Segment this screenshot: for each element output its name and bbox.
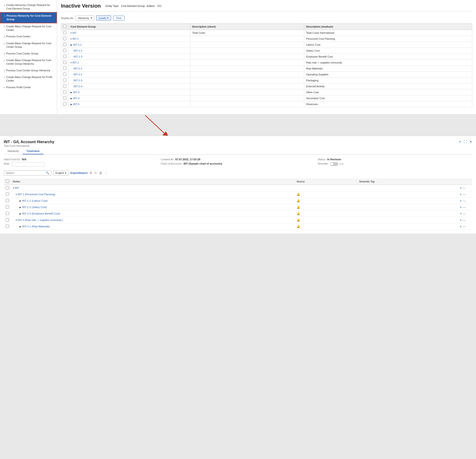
language-select[interactable]: English ▾ (53, 171, 68, 175)
row-checkbox[interactable] (63, 102, 66, 106)
arrow-section (0, 114, 476, 135)
expand-icon[interactable]: ▶ (70, 43, 72, 46)
toggle-track[interactable] (330, 162, 338, 166)
row-checkbox[interactable] (6, 186, 9, 189)
add-button[interactable]: + (460, 192, 462, 196)
simulate-field: Simulate: OFF (318, 162, 472, 166)
row-checkbox[interactable] (63, 31, 66, 34)
delete-icon[interactable]: 🗑 (99, 171, 102, 175)
sidebar-item-process-hierarchy[interactable]: Process Hierarchy for Cost Element Group (0, 12, 57, 23)
row-checkbox[interactable] (6, 225, 9, 228)
expand-icon[interactable]: ▾ (16, 219, 17, 221)
row-checkbox[interactable] (63, 90, 66, 94)
tab-timeframe[interactable]: Timeframe (23, 148, 43, 154)
table-row: ▶INT-1-3 (Employee Benefit Cost) 🔔 + — (4, 210, 472, 217)
add-button[interactable]: + (460, 199, 462, 203)
remove-button[interactable]: — (462, 212, 466, 216)
bottom-section: INT - G/L Account Hierarchy Total Costs … (0, 135, 476, 234)
remove-button[interactable]: — (462, 225, 466, 228)
note-input[interactable] (11, 162, 45, 167)
refresh-icon[interactable]: ↻ (94, 171, 97, 175)
row-checkbox[interactable] (63, 61, 66, 64)
row-checkbox[interactable] (6, 205, 9, 209)
toolbar: Display As: Hierarchy ▾ Levels ▾ Find (61, 16, 472, 20)
node-source-icon: 🔔 (297, 225, 300, 228)
row-checkbox[interactable] (63, 96, 66, 100)
sidebar-item-process-cost-center[interactable]: Process Cost Center (0, 33, 57, 40)
expand-icon[interactable]: ▶ (70, 97, 72, 100)
toggle-thumb (331, 163, 333, 166)
node-source-icon: 🔔 (297, 206, 300, 209)
remove-button[interactable]: — (462, 192, 466, 196)
select-all-checkbox[interactable] (63, 25, 66, 28)
table-row: ▶INT-1-1 (Labour Cost) 🔔 + — (4, 198, 472, 204)
find-button[interactable]: Find (113, 16, 124, 20)
sidebar-item-process-cost-center-group-hierarchy[interactable]: Process Cost Center Group Hierarchy (0, 67, 57, 74)
add-button[interactable]: + (460, 218, 462, 222)
export-import-button[interactable]: Export/Import (70, 171, 88, 174)
close-icon[interactable]: ✕ (89, 171, 92, 175)
sidebar-item-process-cost-center-group[interactable]: Process Cost Center Group (0, 50, 57, 57)
row-checkbox[interactable] (6, 218, 9, 221)
remove-button[interactable]: — (462, 205, 466, 209)
table-row: ▾INT Total Costs Total Costs Internation… (61, 30, 472, 36)
expand-icon[interactable]: ▾ (70, 32, 72, 34)
expand-icon[interactable]: ▶ (19, 212, 21, 215)
expand-icon[interactable]: ▾ (16, 193, 17, 196)
tab-hierarchy[interactable]: Hierarchy (4, 148, 23, 154)
close-icon[interactable]: ✕ (469, 140, 472, 144)
sidebar-item-create-hierarchy[interactable]: Create Hierarchy Change Request for Cost… (0, 2, 57, 12)
sidebar-item-process-profit-center[interactable]: Process Profit Center (0, 84, 57, 91)
add-button[interactable]: + (460, 212, 462, 216)
sidebar-item-create-mass-cost-center-group-hierarchy[interactable]: Create Mass Change Request for Cost Cent… (0, 57, 57, 67)
search-input[interactable] (6, 171, 45, 174)
display-as-select[interactable]: Hierarchy ▾ (76, 16, 94, 20)
row-checkbox[interactable] (63, 67, 66, 70)
add-button[interactable]: + (460, 205, 462, 209)
sidebar-item-create-mass-profit-center[interactable]: Create Mass Change Request for Profit Ce… (0, 74, 57, 84)
search-icon: 🔍 (46, 171, 49, 175)
row-checkbox[interactable] (63, 84, 66, 88)
simulate-toggle[interactable]: OFF (330, 162, 344, 166)
expand-icon[interactable]: ⛶ (464, 140, 467, 144)
row-checkbox[interactable] (63, 78, 66, 82)
expand-icon[interactable]: ▶ (19, 200, 21, 202)
nodes-table: Nodes Source Semantic Tag ▾INT + — ▾INT-… (4, 178, 472, 230)
table-row: ▶INT-1-2 (Salary Cost) 🔔 + — (4, 204, 472, 210)
expand-icon[interactable]: ▾ (70, 38, 72, 40)
levels-button[interactable]: Levels ▾ (96, 16, 111, 20)
col-actions (458, 178, 472, 185)
row-checkbox[interactable] (63, 43, 66, 46)
row-checkbox[interactable] (63, 37, 66, 40)
valid-from-field: Valid From/To: N/A (4, 158, 158, 161)
row-checkbox[interactable] (63, 49, 66, 52)
header-meta: Entity Type: Cost Element Group Edition:… (106, 5, 161, 7)
row-checkbox[interactable] (63, 73, 66, 76)
sidebar-item-create-mass-cost-center-group[interactable]: Create Mass Change Request for Cost Cent… (0, 40, 57, 50)
form-group-left: Valid From/To: N/A Note: (4, 158, 158, 167)
note-field: Note: (4, 162, 158, 167)
expand-icon[interactable]: ▶ (19, 206, 21, 209)
select-all-checkbox[interactable] (6, 180, 9, 183)
expand-icon[interactable]: ▾ (70, 61, 72, 64)
row-checkbox[interactable] (63, 55, 66, 58)
row-checkbox[interactable] (6, 199, 9, 202)
remove-button[interactable]: — (462, 218, 466, 222)
timeframe-form: Valid From/To: N/A Note: Created At: 07.… (4, 158, 472, 167)
add-button[interactable]: + (460, 225, 462, 228)
expand-icon[interactable]: ▶ (70, 103, 72, 106)
row-checkbox[interactable] (6, 192, 9, 196)
more-icon[interactable]: ⋮ (104, 171, 108, 175)
table-row: ▾INT-2 (Raw mat. + supplies consumpt.) 🔔… (4, 217, 472, 223)
page-header: Inactive Version Entity Type: Cost Eleme… (61, 3, 472, 12)
external-link-icon[interactable]: ↗ (458, 140, 461, 144)
remove-button[interactable]: — (462, 199, 466, 203)
row-checkbox[interactable] (6, 212, 9, 215)
add-button[interactable]: + (460, 186, 462, 190)
sidebar-item-create-mass-cost-center[interactable]: Create Mass Change Request for Cost Cent… (0, 23, 57, 33)
expand-icon[interactable]: ▶ (70, 91, 72, 94)
expand-icon[interactable]: ▶ (19, 225, 21, 228)
remove-button[interactable]: — (462, 186, 466, 190)
select-all-header (4, 178, 11, 185)
expand-icon[interactable]: ▾ (13, 187, 14, 189)
